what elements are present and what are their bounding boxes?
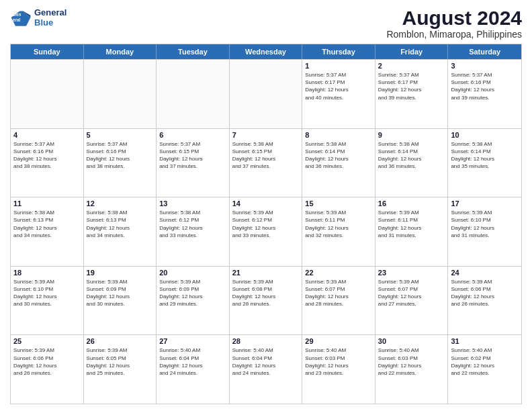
day-number: 15 bbox=[305, 199, 372, 208]
logo-text: General Blue bbox=[34, 7, 66, 28]
calendar-cell: 19Sunrise: 5:39 AM Sunset: 6:09 PM Dayli… bbox=[84, 267, 157, 335]
calendar-cell: 21Sunrise: 5:39 AM Sunset: 6:08 PM Dayli… bbox=[230, 267, 303, 335]
day-number: 9 bbox=[378, 131, 445, 139]
calendar-cell: 17Sunrise: 5:39 AM Sunset: 6:10 PM Dayli… bbox=[448, 197, 521, 266]
svg-text:eral: eral bbox=[13, 17, 21, 22]
header-day-friday: Friday bbox=[375, 44, 449, 59]
calendar-cell: 28Sunrise: 5:40 AM Sunset: 6:04 PM Dayli… bbox=[230, 335, 303, 404]
day-number: 6 bbox=[159, 131, 226, 139]
calendar-cell: 14Sunrise: 5:39 AM Sunset: 6:12 PM Dayli… bbox=[230, 197, 303, 266]
header-day-wednesday: Wednesday bbox=[230, 44, 303, 59]
header-day-saturday: Saturday bbox=[448, 44, 521, 59]
day-number: 5 bbox=[87, 131, 154, 139]
day-info: Sunrise: 5:38 AM Sunset: 6:13 PM Dayligh… bbox=[13, 209, 81, 239]
header-day-sunday: Sunday bbox=[11, 44, 84, 59]
day-number: 7 bbox=[232, 131, 300, 139]
calendar-cell: 4Sunrise: 5:37 AM Sunset: 6:16 PM Daylig… bbox=[11, 129, 84, 197]
day-number: 20 bbox=[159, 269, 226, 277]
calendar-week-4: 18Sunrise: 5:39 AM Sunset: 6:10 PM Dayli… bbox=[11, 266, 521, 335]
calendar-cell: 7Sunrise: 5:38 AM Sunset: 6:15 PM Daylig… bbox=[230, 129, 303, 197]
calendar: SundayMondayTuesdayWednesdayThursdayFrid… bbox=[10, 44, 522, 404]
calendar-cell bbox=[84, 60, 157, 128]
svg-text:Gen: Gen bbox=[13, 12, 21, 17]
day-number: 11 bbox=[13, 199, 81, 208]
calendar-cell: 18Sunrise: 5:39 AM Sunset: 6:10 PM Dayli… bbox=[11, 267, 84, 335]
day-info: Sunrise: 5:38 AM Sunset: 6:14 PM Dayligh… bbox=[378, 140, 445, 171]
calendar-cell: 27Sunrise: 5:40 AM Sunset: 6:04 PM Dayli… bbox=[157, 335, 230, 404]
calendar-cell: 2Sunrise: 5:37 AM Sunset: 6:17 PM Daylig… bbox=[375, 60, 449, 128]
calendar-body: 1Sunrise: 5:37 AM Sunset: 6:17 PM Daylig… bbox=[11, 59, 521, 404]
day-number: 10 bbox=[451, 131, 519, 139]
calendar-week-2: 4Sunrise: 5:37 AM Sunset: 6:16 PM Daylig… bbox=[11, 128, 521, 197]
day-info: Sunrise: 5:39 AM Sunset: 6:11 PM Dayligh… bbox=[378, 209, 445, 239]
day-number: 30 bbox=[378, 337, 445, 345]
subtitle: Romblon, Mimaropa, Philippines bbox=[386, 29, 522, 40]
day-info: Sunrise: 5:38 AM Sunset: 6:12 PM Dayligh… bbox=[159, 209, 226, 239]
calendar-cell: 22Sunrise: 5:39 AM Sunset: 6:07 PM Dayli… bbox=[302, 267, 375, 335]
day-number: 16 bbox=[378, 199, 445, 208]
calendar-cell: 16Sunrise: 5:39 AM Sunset: 6:11 PM Dayli… bbox=[375, 197, 449, 266]
calendar-week-1: 1Sunrise: 5:37 AM Sunset: 6:17 PM Daylig… bbox=[11, 59, 521, 128]
day-info: Sunrise: 5:39 AM Sunset: 6:10 PM Dayligh… bbox=[13, 278, 81, 308]
day-number: 31 bbox=[451, 337, 519, 345]
header: Gen eral General Blue August 2024 Romblo… bbox=[10, 7, 522, 40]
calendar-cell: 11Sunrise: 5:38 AM Sunset: 6:13 PM Dayli… bbox=[11, 197, 84, 266]
day-number: 26 bbox=[87, 337, 154, 345]
calendar-cell: 20Sunrise: 5:39 AM Sunset: 6:09 PM Dayli… bbox=[157, 267, 230, 335]
day-number: 23 bbox=[378, 269, 445, 277]
day-info: Sunrise: 5:39 AM Sunset: 6:12 PM Dayligh… bbox=[232, 209, 300, 239]
calendar-cell: 26Sunrise: 5:39 AM Sunset: 6:05 PM Dayli… bbox=[84, 335, 157, 404]
calendar-cell bbox=[11, 60, 84, 128]
day-info: Sunrise: 5:39 AM Sunset: 6:09 PM Dayligh… bbox=[159, 278, 226, 308]
day-info: Sunrise: 5:40 AM Sunset: 6:04 PM Dayligh… bbox=[159, 347, 226, 377]
day-info: Sunrise: 5:39 AM Sunset: 6:06 PM Dayligh… bbox=[451, 278, 519, 308]
day-number: 22 bbox=[305, 269, 372, 277]
day-info: Sunrise: 5:39 AM Sunset: 6:11 PM Dayligh… bbox=[305, 209, 372, 239]
day-number: 8 bbox=[305, 131, 372, 139]
day-info: Sunrise: 5:39 AM Sunset: 6:08 PM Dayligh… bbox=[232, 278, 300, 308]
calendar-cell: 1Sunrise: 5:37 AM Sunset: 6:17 PM Daylig… bbox=[302, 60, 375, 128]
calendar-week-5: 25Sunrise: 5:39 AM Sunset: 6:06 PM Dayli… bbox=[11, 334, 521, 404]
day-info: Sunrise: 5:39 AM Sunset: 6:06 PM Dayligh… bbox=[13, 347, 81, 377]
day-info: Sunrise: 5:37 AM Sunset: 6:17 PM Dayligh… bbox=[305, 71, 372, 101]
day-info: Sunrise: 5:37 AM Sunset: 6:16 PM Dayligh… bbox=[87, 140, 154, 171]
calendar-cell: 3Sunrise: 5:37 AM Sunset: 6:16 PM Daylig… bbox=[448, 60, 521, 128]
day-number: 19 bbox=[87, 269, 154, 277]
day-number: 24 bbox=[451, 269, 519, 277]
calendar-cell bbox=[157, 60, 230, 128]
day-number: 25 bbox=[13, 337, 81, 345]
page: Gen eral General Blue August 2024 Romblo… bbox=[0, 0, 532, 411]
day-number: 27 bbox=[159, 337, 226, 345]
calendar-cell: 23Sunrise: 5:39 AM Sunset: 6:07 PM Dayli… bbox=[375, 267, 449, 335]
day-info: Sunrise: 5:38 AM Sunset: 6:13 PM Dayligh… bbox=[87, 209, 154, 239]
calendar-cell: 9Sunrise: 5:38 AM Sunset: 6:14 PM Daylig… bbox=[375, 129, 449, 197]
calendar-cell: 31Sunrise: 5:40 AM Sunset: 6:02 PM Dayli… bbox=[448, 335, 521, 404]
day-info: Sunrise: 5:38 AM Sunset: 6:15 PM Dayligh… bbox=[232, 140, 300, 171]
header-day-tuesday: Tuesday bbox=[157, 44, 230, 59]
calendar-cell: 8Sunrise: 5:38 AM Sunset: 6:14 PM Daylig… bbox=[302, 129, 375, 197]
day-number: 28 bbox=[232, 337, 300, 345]
day-info: Sunrise: 5:40 AM Sunset: 6:03 PM Dayligh… bbox=[305, 347, 372, 377]
day-info: Sunrise: 5:37 AM Sunset: 6:17 PM Dayligh… bbox=[378, 71, 445, 101]
title-block: August 2024 Romblon, Mimaropa, Philippin… bbox=[386, 7, 522, 40]
day-info: Sunrise: 5:39 AM Sunset: 6:09 PM Dayligh… bbox=[87, 278, 154, 308]
day-number: 17 bbox=[451, 199, 519, 208]
day-number: 18 bbox=[13, 269, 81, 277]
day-number: 1 bbox=[305, 62, 372, 70]
day-number: 29 bbox=[305, 337, 372, 345]
day-number: 12 bbox=[87, 199, 154, 208]
logo: Gen eral General Blue bbox=[10, 7, 66, 28]
day-number: 13 bbox=[159, 199, 226, 208]
day-info: Sunrise: 5:40 AM Sunset: 6:02 PM Dayligh… bbox=[451, 347, 519, 377]
calendar-cell: 13Sunrise: 5:38 AM Sunset: 6:12 PM Dayli… bbox=[157, 197, 230, 266]
calendar-cell: 5Sunrise: 5:37 AM Sunset: 6:16 PM Daylig… bbox=[84, 129, 157, 197]
day-info: Sunrise: 5:37 AM Sunset: 6:16 PM Dayligh… bbox=[13, 140, 81, 171]
day-info: Sunrise: 5:39 AM Sunset: 6:07 PM Dayligh… bbox=[305, 278, 372, 308]
logo-icon: Gen eral bbox=[10, 7, 32, 28]
day-info: Sunrise: 5:37 AM Sunset: 6:15 PM Dayligh… bbox=[159, 140, 226, 171]
calendar-cell: 29Sunrise: 5:40 AM Sunset: 6:03 PM Dayli… bbox=[302, 335, 375, 404]
day-number: 3 bbox=[451, 62, 519, 70]
day-info: Sunrise: 5:40 AM Sunset: 6:04 PM Dayligh… bbox=[232, 347, 300, 377]
day-info: Sunrise: 5:39 AM Sunset: 6:07 PM Dayligh… bbox=[378, 278, 445, 308]
calendar-cell: 15Sunrise: 5:39 AM Sunset: 6:11 PM Dayli… bbox=[302, 197, 375, 266]
